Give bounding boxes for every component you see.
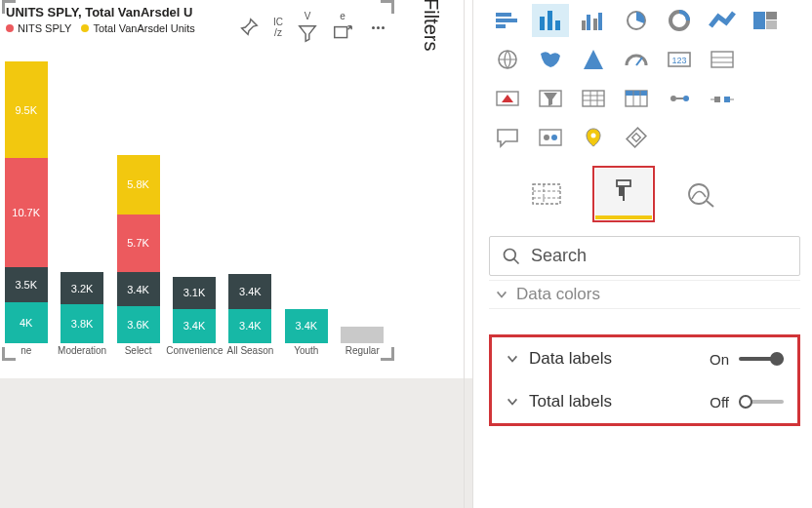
data-labels-toggle[interactable] xyxy=(739,357,784,361)
matrix-icon[interactable] xyxy=(618,82,655,115)
svg-point-54 xyxy=(689,184,709,204)
bar-segment: 3.4K xyxy=(285,309,328,343)
svg-line-55 xyxy=(707,201,713,207)
x-axis-label: Regular xyxy=(335,345,390,359)
bar-segment: 3.4K xyxy=(228,274,271,308)
bar-segment: 3.5K xyxy=(5,267,48,303)
format-tab-highlight xyxy=(592,166,655,222)
bar-segment: 5.8K xyxy=(117,155,160,214)
svg-rect-46 xyxy=(632,134,640,141)
x-axis-label: Convenience xyxy=(166,345,222,359)
x-axis-label: Youth xyxy=(278,345,334,359)
legend-label-1: Total VanArsdel Units xyxy=(93,22,194,34)
power-apps-icon[interactable] xyxy=(618,121,655,154)
svg-rect-10 xyxy=(598,13,602,30)
labels-highlight-box: Data labels On Total labels Off xyxy=(489,334,800,426)
kpi-icon[interactable] xyxy=(489,82,526,115)
x-axis-label: Moderation xyxy=(54,345,109,359)
svg-rect-5 xyxy=(548,11,552,30)
svg-rect-41 xyxy=(540,130,561,145)
focus-mode-icon[interactable] xyxy=(332,22,353,44)
bar-segment: 3.4K xyxy=(228,309,271,343)
svg-rect-45 xyxy=(627,128,646,147)
svg-rect-14 xyxy=(766,12,777,20)
multi-row-card-icon[interactable] xyxy=(704,43,741,76)
key-influencers-icon[interactable] xyxy=(532,121,569,154)
svg-point-42 xyxy=(544,135,549,140)
filled-map-icon[interactable] xyxy=(532,43,569,76)
x-axis-label: All Season xyxy=(223,345,278,359)
qa-visual-icon[interactable] xyxy=(489,121,526,154)
total-labels-section[interactable]: Total labels Off xyxy=(496,380,793,423)
ribbon-chart-icon[interactable] xyxy=(704,4,741,37)
data-colors-section[interactable]: Data colors xyxy=(489,280,800,309)
svg-rect-2 xyxy=(496,19,517,22)
bar-segment: 9.5K xyxy=(5,61,48,158)
svg-rect-4 xyxy=(540,17,545,30)
bar-segment: 3.4K xyxy=(173,309,216,343)
gauge-icon[interactable] xyxy=(618,43,655,76)
slicer-icon[interactable] xyxy=(532,82,569,115)
stacked-bar-chart-icon[interactable] xyxy=(489,4,526,37)
svg-rect-0 xyxy=(335,26,347,37)
svg-rect-25 xyxy=(583,91,604,106)
card-icon[interactable]: 123 xyxy=(661,43,698,76)
analytics-tab-icon[interactable] xyxy=(672,169,729,219)
python-visual-icon[interactable] xyxy=(704,82,741,115)
fields-tab-icon[interactable] xyxy=(518,169,575,219)
treemap-icon[interactable] xyxy=(747,4,784,37)
chevron-down-icon xyxy=(495,288,508,301)
svg-point-44 xyxy=(591,134,596,138)
pin-icon[interactable] xyxy=(238,17,260,38)
format-search-input[interactable]: Search xyxy=(489,236,800,276)
more-options-icon[interactable] xyxy=(367,17,388,38)
map-icon[interactable] xyxy=(489,43,526,76)
visualization-type-gallery: 123 xyxy=(489,4,800,154)
bar-segment: 3.4K xyxy=(117,272,160,306)
pie-chart-icon[interactable] xyxy=(618,4,655,37)
svg-rect-9 xyxy=(593,19,597,30)
bar-segment: 3.1K xyxy=(173,277,216,308)
visualizations-pane: 123 Search Dat xyxy=(472,0,812,508)
bar-segment: 5.7K xyxy=(117,215,160,272)
chevron-down-icon xyxy=(506,395,519,409)
svg-rect-37 xyxy=(714,97,720,102)
table-icon[interactable] xyxy=(575,82,612,115)
svg-point-43 xyxy=(551,135,557,140)
visual-header-toolbar: IC /z V e xyxy=(232,8,388,47)
legend-label-0: NITS SPLY xyxy=(18,22,71,34)
svg-rect-7 xyxy=(582,20,586,30)
svg-rect-15 xyxy=(766,20,777,29)
svg-rect-13 xyxy=(753,12,765,29)
bar-segment: 3.8K xyxy=(61,304,103,343)
chart-plot-area: 9.5K10.7K3.5K4K3.2K3.8K5.8K5.7K3.4K3.6K3… xyxy=(0,59,390,343)
svg-point-36 xyxy=(683,96,689,101)
total-labels-toggle[interactable] xyxy=(739,400,784,404)
svg-line-17 xyxy=(636,58,642,65)
donut-chart-icon[interactable] xyxy=(661,4,698,37)
svg-rect-1 xyxy=(496,13,511,17)
filter-icon[interactable] xyxy=(297,22,318,44)
filters-pane-label[interactable]: Filters xyxy=(420,0,442,51)
svg-line-57 xyxy=(514,258,519,263)
chevron-down-icon xyxy=(506,352,519,366)
x-axis-labels: neModerationSelectConvenienceAll SeasonY… xyxy=(0,345,390,359)
data-labels-section[interactable]: Data labels On xyxy=(496,337,793,380)
svg-rect-53 xyxy=(619,186,623,196)
r-visual-icon[interactable] xyxy=(661,82,698,115)
arcgis-map-icon[interactable] xyxy=(575,121,612,154)
x-axis-label: ne xyxy=(0,345,54,359)
chart-visual[interactable]: UNITS SPLY, Total VanArsdel U NITS SPLY … xyxy=(0,0,400,380)
format-tabs xyxy=(489,166,800,222)
format-tab-icon[interactable] xyxy=(595,169,652,219)
svg-rect-31 xyxy=(626,91,647,96)
data-labels-state: On xyxy=(710,351,729,368)
stacked-column-chart-icon[interactable] xyxy=(532,4,569,37)
search-icon xyxy=(502,247,521,266)
clustered-column-chart-icon[interactable] xyxy=(575,4,612,37)
svg-point-34 xyxy=(670,96,676,101)
svg-rect-3 xyxy=(496,24,506,28)
azure-map-icon[interactable] xyxy=(575,43,612,76)
svg-rect-51 xyxy=(617,180,630,186)
total-labels-state: Off xyxy=(710,394,729,410)
